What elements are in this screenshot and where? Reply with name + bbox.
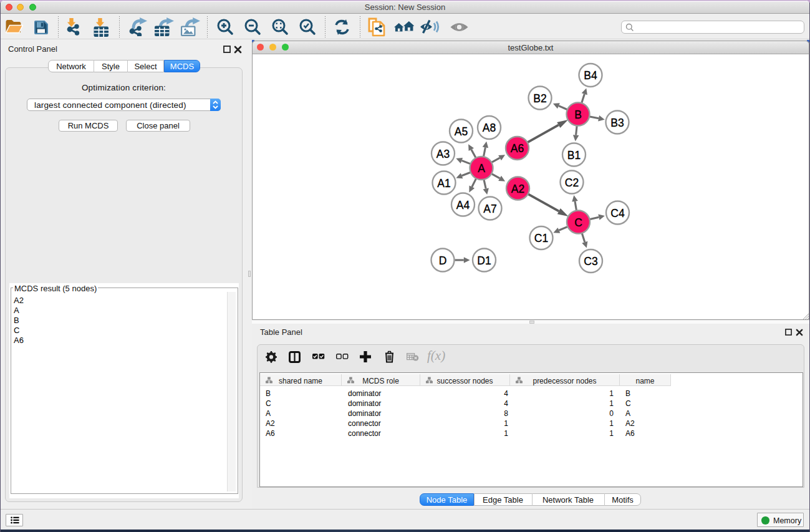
svg-text:B1: B1 [567, 149, 581, 162]
svg-text:B: B [574, 109, 582, 121]
svg-text:A6: A6 [511, 142, 524, 155]
svg-text:A7: A7 [483, 203, 496, 215]
svg-text:A4: A4 [456, 199, 470, 211]
svg-text:C4: C4 [610, 207, 625, 220]
svg-text:C: C [574, 216, 582, 229]
svg-text:D1: D1 [477, 254, 491, 267]
svg-text:A3: A3 [436, 148, 450, 160]
svg-text:B4: B4 [584, 69, 597, 82]
svg-text:A1: A1 [437, 177, 450, 190]
svg-text:B3: B3 [610, 117, 624, 129]
svg-text:A5: A5 [455, 125, 468, 138]
svg-text:A8: A8 [483, 122, 496, 134]
svg-text:A2: A2 [511, 183, 524, 195]
svg-text:C1: C1 [534, 232, 548, 244]
svg-text:D: D [439, 254, 447, 267]
svg-text:A: A [478, 162, 485, 175]
svg-text:B2: B2 [533, 92, 546, 105]
svg-text:C2: C2 [565, 177, 579, 189]
svg-text:C3: C3 [584, 255, 597, 268]
